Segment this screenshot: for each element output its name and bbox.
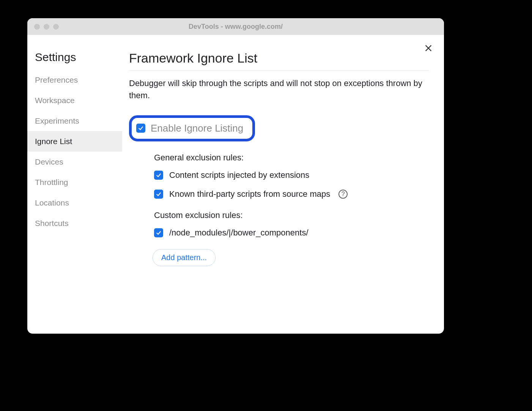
settings-main: Framework Ignore List Debugger will skip…	[122, 35, 444, 334]
page-title: Framework Ignore List	[129, 51, 429, 71]
sidebar-item-throttling[interactable]: Throttling	[27, 172, 122, 193]
settings-sidebar: Settings Preferences Workspace Experimen…	[27, 35, 122, 334]
general-rule-row: Known third-party scripts from source ma…	[154, 189, 429, 199]
sidebar-item-shortcuts[interactable]: Shortcuts	[27, 213, 122, 234]
page-description: Debugger will skip through the scripts a…	[129, 77, 429, 102]
content-scripts-checkbox[interactable]	[154, 171, 163, 180]
window-titlebar: DevTools - www.google.com/	[27, 18, 444, 35]
close-icon	[424, 44, 433, 52]
sidebar-title: Settings	[27, 51, 122, 70]
check-icon	[156, 191, 162, 197]
check-icon	[138, 125, 144, 131]
third-party-scripts-label: Known third-party scripts from source ma…	[169, 189, 330, 199]
close-button[interactable]	[423, 42, 434, 54]
general-exclusion-heading: General exclusion rules:	[154, 153, 429, 163]
traffic-lights	[34, 24, 59, 30]
custom-rule-checkbox[interactable]	[154, 228, 163, 237]
check-icon	[156, 230, 162, 236]
window-title: DevTools - www.google.com/	[27, 23, 444, 31]
custom-rule-row: /node_modules/|/bower_components/	[154, 228, 429, 238]
help-icon[interactable]: ?	[338, 190, 348, 199]
custom-rule-label: /node_modules/|/bower_components/	[169, 228, 308, 238]
close-window-icon[interactable]	[34, 24, 40, 30]
enable-ignore-listing-checkbox[interactable]	[136, 124, 145, 133]
sidebar-item-ignore-list[interactable]: Ignore List	[27, 131, 122, 152]
custom-exclusion-section: Custom exclusion rules: /node_modules/|/…	[154, 210, 429, 266]
sidebar-item-preferences[interactable]: Preferences	[27, 70, 122, 90]
custom-exclusion-heading: Custom exclusion rules:	[154, 210, 429, 220]
general-rule-row: Content scripts injected by extensions	[154, 170, 429, 180]
sidebar-item-workspace[interactable]: Workspace	[27, 90, 122, 111]
sidebar-item-devices[interactable]: Devices	[27, 152, 122, 172]
zoom-window-icon[interactable]	[53, 24, 59, 30]
content-scripts-label: Content scripts injected by extensions	[169, 170, 309, 180]
general-exclusion-section: General exclusion rules: Content scripts…	[154, 153, 429, 199]
enable-ignore-listing-highlight: Enable Ignore Listing	[129, 115, 255, 141]
sidebar-item-locations[interactable]: Locations	[27, 193, 122, 213]
minimize-window-icon[interactable]	[44, 24, 49, 30]
enable-ignore-listing-label: Enable Ignore Listing	[151, 122, 243, 134]
devtools-settings-window: DevTools - www.google.com/ Settings Pref…	[27, 18, 444, 334]
sidebar-item-experiments[interactable]: Experiments	[27, 111, 122, 131]
third-party-scripts-checkbox[interactable]	[154, 190, 163, 199]
check-icon	[156, 172, 162, 178]
settings-body: Settings Preferences Workspace Experimen…	[27, 35, 444, 334]
add-pattern-button[interactable]: Add pattern...	[153, 249, 216, 266]
